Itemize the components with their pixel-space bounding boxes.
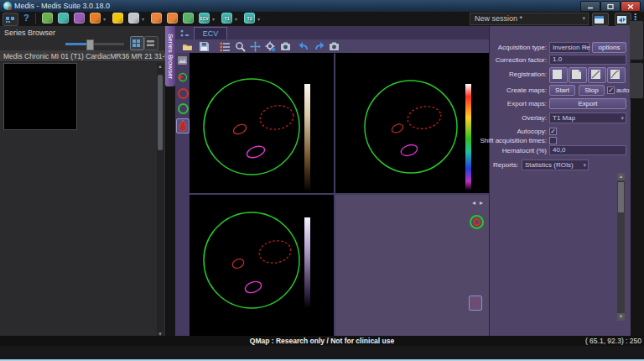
app-icon-5[interactable] — [112, 13, 123, 24]
roi-contour-small[interactable] — [232, 123, 248, 136]
viewport-t1-native[interactable] — [190, 53, 334, 193]
roi-contour-small[interactable] — [231, 258, 246, 270]
t1-relaxation-chart[interactable] — [337, 211, 468, 333]
app-icon-7[interactable] — [151, 13, 162, 24]
scroll-down-icon[interactable]: ▼ — [617, 313, 625, 321]
magnifier-icon[interactable] — [235, 41, 246, 52]
list-view-button[interactable] — [144, 36, 158, 50]
series-thumbnail[interactable] — [3, 63, 77, 130]
app-icon-11[interactable]: T1 — [221, 13, 232, 24]
blood-pool-tool-selected[interactable] — [176, 118, 190, 133]
maximize-button[interactable] — [600, 1, 621, 12]
contour-list-icon[interactable] — [220, 41, 231, 52]
camera-icon[interactable] — [329, 41, 340, 52]
slider-handle[interactable] — [86, 39, 94, 50]
app-icon-4[interactable] — [90, 13, 101, 24]
epicardial-contour[interactable] — [365, 81, 457, 173]
tab-scroll-right-icon[interactable]: ▸ — [480, 199, 483, 207]
export-button[interactable]: Export — [549, 98, 626, 109]
grid-view-button[interactable] — [130, 36, 144, 50]
pin-panel-icon[interactable] — [179, 29, 190, 38]
apps-grid-button[interactable] — [3, 13, 18, 26]
app-icon-10[interactable]: ECV — [199, 13, 210, 24]
scrollbar-thumb[interactable] — [618, 182, 624, 212]
minimize-button[interactable] — [580, 1, 600, 12]
shift-times-checkbox[interactable] — [549, 137, 557, 144]
registration-deform-button[interactable] — [607, 67, 626, 83]
reports-select[interactable]: Statistics (ROIs)▾ — [522, 160, 589, 170]
app-icon-3[interactable] — [74, 13, 85, 24]
registration-none-button[interactable] — [549, 67, 568, 83]
save-icon[interactable] — [199, 41, 210, 52]
start-button[interactable]: Start — [549, 85, 575, 96]
blood-pool-badge-icon[interactable] — [469, 296, 482, 311]
close-button[interactable] — [621, 1, 641, 12]
acquisition-type-select[interactable]: Inversion Re▾ — [549, 42, 589, 53]
settings-gear-icon[interactable] — [265, 41, 276, 52]
myocard-badge-icon[interactable] — [470, 215, 484, 229]
app-icon-2[interactable] — [58, 13, 69, 24]
help-button[interactable]: ? — [23, 13, 29, 23]
roi-contour-small[interactable] — [391, 123, 404, 134]
session-select[interactable]: New session * ▾ — [470, 13, 589, 25]
compare-button[interactable] — [615, 13, 631, 26]
epicardial-contour[interactable] — [204, 79, 299, 175]
roi-contour-magenta[interactable] — [246, 144, 267, 160]
redo-icon[interactable] — [314, 41, 325, 52]
chevron-down-icon[interactable]: ▾ — [103, 16, 106, 22]
epi-contour-icon[interactable] — [178, 103, 189, 114]
research-notice: QMap : Research only / Not for clinical … — [0, 337, 644, 345]
chevron-down-icon[interactable]: ▾ — [235, 16, 237, 22]
add-contour-icon[interactable] — [177, 71, 188, 82]
tab-scroll-left-icon[interactable]: ◂ — [472, 199, 475, 207]
hematocrit-input[interactable]: 40,0 — [549, 145, 626, 155]
overlay-label: Overlay: — [522, 114, 547, 122]
stop-button[interactable]: Stop — [579, 85, 605, 96]
app-icon-12[interactable]: T2 — [244, 13, 255, 24]
study-label[interactable]: Medis Chronic MI 01 (T1) CardiacMR36 MR … — [0, 50, 165, 62]
pan-icon[interactable] — [250, 41, 261, 52]
scroll-up-icon[interactable]: ▲ — [157, 64, 164, 69]
overlay-select[interactable]: T1 Map▾ — [549, 112, 626, 123]
roi-contour-red[interactable] — [258, 103, 295, 133]
toolbox-vertical-tab[interactable] — [630, 20, 644, 60]
chevron-down-icon[interactable]: ▾ — [142, 16, 144, 22]
series-scrollbar[interactable]: ▲ ▼ — [157, 63, 164, 337]
epicardial-contour[interactable] — [204, 212, 299, 308]
autocopy-checkbox[interactable]: ✓ — [549, 128, 557, 135]
scroll-up-icon[interactable]: ▲ — [617, 173, 625, 180]
viewport-t1-post[interactable] — [190, 195, 334, 336]
chevron-down-icon[interactable]: ▾ — [257, 16, 260, 22]
chevron-down-icon: ▾ — [583, 162, 586, 169]
bottom-tab-bar — [0, 346, 644, 359]
tables-scrollbar[interactable]: ▲ ▼ — [617, 173, 625, 321]
layout-button[interactable] — [592, 13, 609, 26]
acquisition-type-label: Acquisition type: — [498, 44, 547, 51]
roi-contour-red[interactable] — [406, 104, 443, 132]
scrollbar-thumb[interactable] — [158, 75, 163, 150]
roi-contour-magenta[interactable] — [400, 143, 419, 158]
endo-contour-icon[interactable] — [178, 88, 189, 99]
registration-rigid-button[interactable] — [588, 67, 606, 83]
viewport-ecv-map[interactable] — [335, 53, 489, 193]
app-icon-9[interactable] — [183, 13, 194, 24]
snapshot-icon[interactable] — [280, 41, 291, 52]
options-button[interactable]: options — [592, 42, 626, 53]
tab-ecv[interactable]: ECV — [194, 27, 227, 40]
app-icon-1[interactable] — [42, 13, 53, 24]
report-vertical-tab[interactable] — [630, 62, 644, 99]
registration-fold-button[interactable] — [569, 67, 587, 83]
ecv-colorbar — [463, 82, 473, 191]
roi-contour-magenta[interactable] — [244, 280, 263, 295]
open-icon[interactable] — [182, 41, 193, 52]
image-layers-icon[interactable] — [177, 55, 188, 65]
auto-checkbox[interactable]: ✓ — [607, 86, 615, 94]
workspace-toolbar — [175, 39, 489, 54]
undo-icon[interactable] — [299, 41, 309, 52]
app-icon-8[interactable] — [167, 13, 178, 24]
correction-factor-input[interactable]: 1.0 — [549, 55, 626, 65]
chevron-down-icon[interactable]: ▾ — [212, 16, 215, 22]
roi-contour-red[interactable] — [257, 238, 293, 265]
app-icon-6[interactable] — [128, 13, 139, 24]
series-browser-vertical-tab[interactable]: Series Browser — [165, 26, 175, 86]
